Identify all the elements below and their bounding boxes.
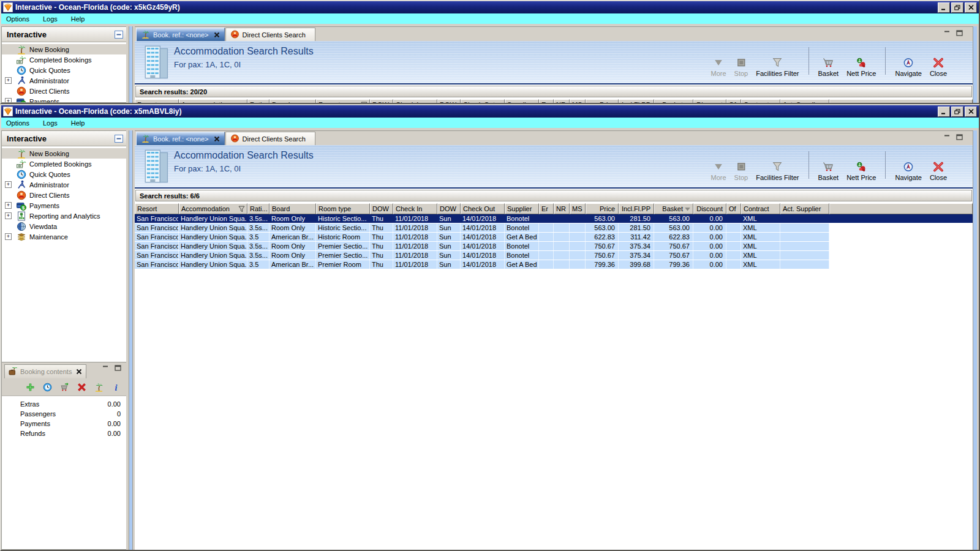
tab[interactable]: Book. ref.: <none> (136, 132, 225, 145)
toolbar-button[interactable] (885, 151, 886, 179)
column-header[interactable]: Check Out (461, 99, 505, 103)
splitter[interactable] (126, 26, 135, 103)
column-header[interactable]: Discount (693, 203, 726, 214)
column-header[interactable]: Price (586, 203, 619, 214)
minimize-button[interactable] (938, 107, 950, 117)
expand-icon[interactable] (5, 212, 12, 219)
menu-item[interactable]: Logs (43, 119, 58, 127)
column-header[interactable]: Supplier (505, 203, 539, 214)
sidebar-item[interactable]: New Booking (2, 44, 126, 54)
basket-add-icon[interactable] (59, 382, 70, 392)
menu-item[interactable]: Options (6, 15, 29, 23)
toolbar-button[interactable]: Basket (818, 47, 839, 77)
column-header[interactable]: DOW (370, 99, 393, 103)
column-header[interactable]: Supplier (505, 99, 539, 103)
toolbar-button[interactable]: Close (930, 47, 947, 77)
title-bar[interactable]: Interactive - Ocean-Florida (code: x5kGz… (1, 1, 979, 13)
sidebar-item[interactable]: Quick Quotes (2, 65, 126, 75)
sidebar-item[interactable]: Viewdata (2, 221, 126, 231)
palm-icon[interactable] (94, 382, 104, 392)
menu-item[interactable]: Help (71, 15, 85, 23)
tab[interactable]: Book. ref.: <none> (136, 28, 225, 41)
expand-icon[interactable] (5, 77, 12, 84)
sidebar-item[interactable]: Reporting and Analytics (2, 211, 126, 221)
column-header[interactable]: Discount (693, 99, 726, 103)
column-header[interactable]: Board (270, 99, 316, 103)
sidebar-item[interactable]: Quick Quotes (2, 169, 126, 179)
sidebar-item[interactable]: Administrator (2, 179, 126, 190)
sidebar-item[interactable]: New Booking (2, 148, 126, 159)
view-maximize-icon[interactable] (956, 30, 963, 36)
table-row[interactable]: San Francisco Handlery Union Squa... 3.5… (135, 260, 973, 269)
collapse-panel-icon[interactable] (114, 135, 123, 143)
clock-icon[interactable] (42, 382, 53, 392)
splitter[interactable] (126, 130, 135, 550)
column-header[interactable]: Rati... (247, 99, 270, 103)
toolbar-button[interactable] (809, 151, 809, 179)
sidebar-item[interactable]: Completed Bookings (2, 54, 126, 65)
expand-icon[interactable] (5, 233, 12, 240)
toolbar-button[interactable]: Basket (818, 151, 839, 181)
toolbar-button[interactable]: More (711, 151, 726, 181)
menu-item[interactable]: Options (6, 119, 29, 127)
tab[interactable]: Direct Clients Search (225, 132, 315, 145)
column-header[interactable]: Incl.Fl.PP (619, 99, 654, 103)
column-header[interactable]: Room type (316, 203, 370, 214)
panel-maximize-icon[interactable] (115, 365, 121, 371)
toolbar-button[interactable] (809, 47, 809, 75)
view-minimize-icon[interactable] (944, 134, 951, 140)
column-header[interactable]: Contract (741, 99, 780, 103)
expand-icon[interactable] (5, 202, 12, 209)
toolbar-button[interactable]: Facilities Filter (756, 47, 799, 77)
column-header[interactable]: Accommodation (179, 203, 247, 214)
column-header[interactable]: Act. Supplier (780, 99, 829, 103)
tab-close-icon[interactable] (76, 369, 82, 375)
plus-icon[interactable] (25, 382, 36, 392)
menu-item[interactable]: Help (71, 119, 85, 127)
column-header[interactable]: NR (554, 99, 570, 103)
toolbar-button[interactable] (885, 47, 886, 75)
tab-close-icon[interactable] (214, 32, 220, 38)
column-header[interactable]: Incl.Fl.PP (619, 203, 654, 214)
column-header[interactable]: NR (554, 203, 570, 214)
column-header[interactable]: Board (270, 203, 316, 214)
sidebar-item[interactable]: Administrator (2, 75, 126, 86)
toolbar-button[interactable]: Stop (734, 151, 748, 181)
column-header[interactable]: Contract (741, 203, 780, 214)
collapse-panel-icon[interactable] (114, 31, 123, 39)
column-header[interactable]: DOW (437, 203, 461, 214)
sidebar-item[interactable]: Direct Clients (2, 190, 126, 200)
column-header[interactable]: Basket (654, 99, 693, 103)
column-header[interactable]: Resort (135, 99, 179, 103)
minimize-button[interactable] (938, 2, 950, 13)
info-icon[interactable]: i (111, 382, 121, 392)
column-header[interactable]: Of (726, 99, 741, 103)
column-header[interactable]: Accommodation (179, 99, 247, 103)
column-header[interactable]: Basket (654, 203, 693, 214)
tab-close-icon[interactable] (214, 136, 220, 142)
table-row[interactable]: San Francisco Handlery Union Squa... 3.5… (135, 242, 973, 251)
title-bar[interactable]: Interactive - Ocean-Florida (code: x5mAB… (1, 105, 979, 118)
sidebar-item[interactable]: $ Payments (2, 96, 126, 102)
column-header[interactable]: MS (570, 99, 586, 103)
toolbar-button[interactable]: Nett Price (846, 151, 876, 181)
toolbar-button[interactable]: Close (930, 151, 947, 181)
column-header[interactable]: Check In (393, 203, 437, 214)
column-header[interactable]: DOW (370, 203, 393, 214)
column-header[interactable]: DOW (437, 99, 461, 103)
toolbar-button[interactable]: Facilities Filter (756, 151, 799, 181)
panel-minimize-icon[interactable] (102, 365, 109, 371)
column-header[interactable]: Price (586, 99, 619, 103)
toolbar-button[interactable]: Navigate (895, 151, 921, 181)
delete-icon[interactable] (77, 382, 87, 392)
close-button[interactable] (965, 2, 977, 13)
filter-small-icon[interactable] (238, 206, 245, 212)
close-button[interactable] (965, 107, 977, 117)
view-maximize-icon[interactable] (956, 134, 963, 140)
column-header[interactable]: Check Out (461, 203, 505, 214)
toolbar-button[interactable]: More (711, 47, 726, 77)
expand-icon[interactable] (5, 181, 12, 188)
toolbar-button[interactable]: Stop (734, 47, 748, 77)
table-row[interactable]: San Francisco Handlery Union Squa... 3.5… (135, 223, 973, 233)
column-header[interactable]: Of (726, 203, 741, 214)
